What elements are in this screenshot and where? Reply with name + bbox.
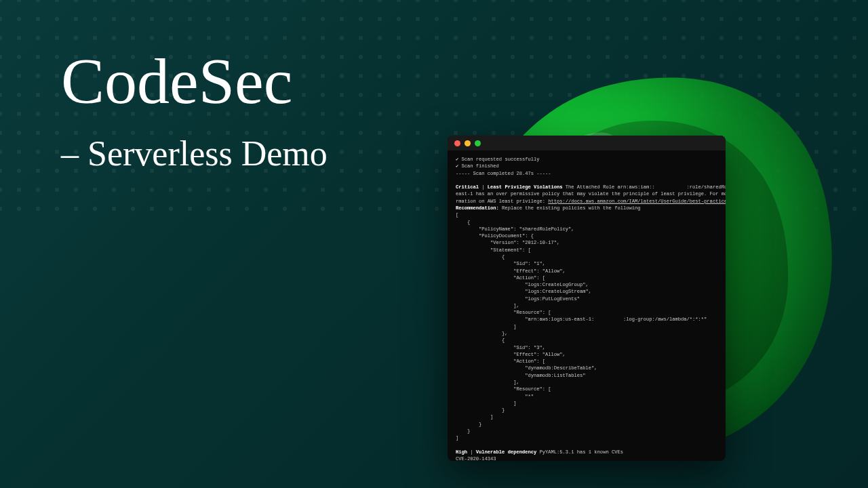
status-line: ----- Scan completed 28.47s -----	[456, 171, 551, 176]
severity-badge: Critical	[456, 184, 479, 190]
minimize-icon[interactable]	[465, 140, 471, 146]
recommendation-label: Recommendation:	[456, 205, 499, 211]
finding-desc: PyYAML:5.3.1 has 1 known CVEs	[536, 449, 623, 455]
zoom-icon[interactable]	[475, 140, 481, 146]
severity-badge: High	[456, 449, 467, 455]
finding-title: Vulnerable dependency	[476, 449, 536, 455]
cve-id: CVE-2020-14343	[456, 456, 496, 461]
page-subtitle: – Serverless Demo	[61, 134, 328, 174]
policy-json: [ { "PolicyName": "sharedRolePolicy", "P…	[456, 212, 707, 441]
finding-desc: east-1 has an over permissive policy tha…	[456, 191, 726, 197]
terminal-window: ✔ Scan requested successfully ✔ Scan fin…	[448, 136, 726, 461]
page-title: CodeSec	[61, 47, 328, 116]
terminal-titlebar	[448, 136, 726, 150]
finding-desc: rmation on AWS least privilege:	[456, 199, 548, 204]
status-line: ✔ Scan requested successfully	[456, 157, 539, 162]
recommendation-text: Replace the existing policies with the f…	[499, 205, 641, 211]
finding-title: Least Privilege Violations	[488, 184, 563, 190]
doc-link[interactable]: https://docs.aws.amazon.com/IAM/latest/U…	[548, 199, 726, 204]
heading-block: CodeSec – Serverless Demo	[61, 47, 328, 174]
finding-desc: The Attached Role arn:aws:iam:: :role/sh…	[563, 184, 726, 190]
status-line: ✔ Scan finished	[456, 163, 499, 169]
terminal-output: ✔ Scan requested successfully ✔ Scan fin…	[448, 150, 726, 461]
close-icon[interactable]	[454, 140, 460, 146]
